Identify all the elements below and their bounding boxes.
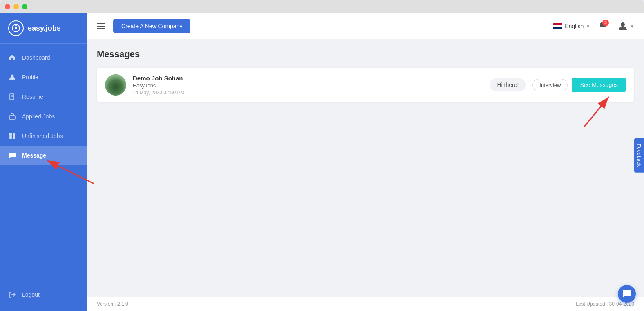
sidebar-label-applied-jobs: Applied Jobs <box>22 113 55 120</box>
message-actions: Interview See Messages <box>532 78 626 92</box>
language-label: English <box>565 23 584 29</box>
flag-icon <box>553 23 562 29</box>
svg-rect-12 <box>9 136 12 139</box>
sidebar-item-applied-jobs[interactable]: Applied Jobs <box>0 107 87 126</box>
sidebar-logo: easy.jobs <box>0 13 87 44</box>
chevron-down-icon: ▼ <box>586 24 590 29</box>
message-preview: Hi there! <box>490 78 526 91</box>
sidebar-item-unfinished-jobs[interactable]: Unfinished Jobs <box>0 126 87 146</box>
sidebar-nav: Dashboard Profile <box>0 44 87 278</box>
traffic-light-maximize[interactable] <box>22 4 27 9</box>
message-date: 14 May, 2020 02:50 PM <box>133 90 483 96</box>
sidebar-item-resume[interactable]: Resume <box>0 87 87 107</box>
briefcase-icon <box>8 112 16 120</box>
logo-icon <box>8 20 24 36</box>
feedback-tab[interactable]: Feedback <box>634 138 644 173</box>
sidebar-label-message: Message <box>22 152 46 159</box>
traffic-light-minimize[interactable] <box>13 4 19 9</box>
sidebar-label-dashboard: Dashboard <box>22 54 50 61</box>
sidebar-label-resume: Resume <box>22 93 43 100</box>
message-info: Demo Job Sohan EasyJobs 14 May, 2020 02:… <box>133 75 483 96</box>
sidebar-item-profile[interactable]: Profile <box>0 67 87 87</box>
page-footer: Version : 2.1.0 Last Updated : 30-04-202… <box>87 297 644 311</box>
message-sender-name: Demo Job Sohan <box>133 75 483 82</box>
user-icon <box>8 73 16 81</box>
sidebar-item-dashboard[interactable]: Dashboard <box>0 48 87 67</box>
svg-point-1 <box>15 27 17 29</box>
home-icon <box>8 53 16 62</box>
svg-point-14 <box>621 22 625 27</box>
user-menu-button[interactable]: ▼ <box>615 19 636 33</box>
see-messages-button[interactable]: See Messages <box>572 78 626 92</box>
file-icon <box>8 93 16 101</box>
grid-icon <box>8 132 16 140</box>
interview-button[interactable]: Interview <box>532 79 568 91</box>
chat-bubble-icon <box>622 289 631 298</box>
header: Create A New Company English ▼ 3 <box>87 13 644 39</box>
page-content: Messages Demo Job Sohan EasyJobs 14 May,… <box>87 39 644 297</box>
user-chevron-icon: ▼ <box>630 24 634 29</box>
logout-icon <box>8 291 16 299</box>
sidebar-item-message[interactable]: Message <box>0 146 87 165</box>
message-company: EasyJobs <box>133 82 483 89</box>
avatar-image <box>105 74 126 96</box>
svg-point-2 <box>15 24 17 26</box>
message-card: Demo Job Sohan EasyJobs 14 May, 2020 02:… <box>97 68 634 102</box>
notification-badge: 3 <box>602 20 609 26</box>
main-content: Create A New Company English ▼ 3 <box>87 13 644 311</box>
hamburger-line <box>97 26 105 27</box>
user-avatar-icon <box>617 20 628 32</box>
version-text: Version : 2.1.0 <box>97 301 128 307</box>
sidebar-label-unfinished-jobs: Unfinished Jobs <box>22 133 63 139</box>
logout-label: Logout <box>22 291 40 298</box>
sidebar-label-profile: Profile <box>22 74 38 80</box>
app-name: easy.jobs <box>28 24 61 33</box>
svg-rect-13 <box>13 136 15 139</box>
sidebar-footer: Logout <box>0 278 87 311</box>
hamburger-line <box>97 23 105 24</box>
create-company-button[interactable]: Create A New Company <box>113 19 190 33</box>
language-selector[interactable]: English ▼ <box>553 23 590 29</box>
svg-rect-10 <box>9 133 12 136</box>
hamburger-line <box>97 28 105 29</box>
svg-rect-9 <box>9 116 15 119</box>
logout-item[interactable]: Logout <box>8 285 79 304</box>
sidebar: easy.jobs Dashboard <box>0 13 87 311</box>
message-avatar <box>105 74 126 96</box>
traffic-light-close[interactable] <box>5 4 10 9</box>
svg-rect-11 <box>13 133 15 136</box>
notification-button[interactable]: 3 <box>597 20 609 33</box>
page-title: Messages <box>97 49 634 60</box>
hamburger-button[interactable] <box>95 22 107 31</box>
header-right: English ▼ 3 ▼ <box>553 19 636 33</box>
chat-icon <box>8 151 16 160</box>
chat-bubble-button[interactable] <box>618 285 636 303</box>
